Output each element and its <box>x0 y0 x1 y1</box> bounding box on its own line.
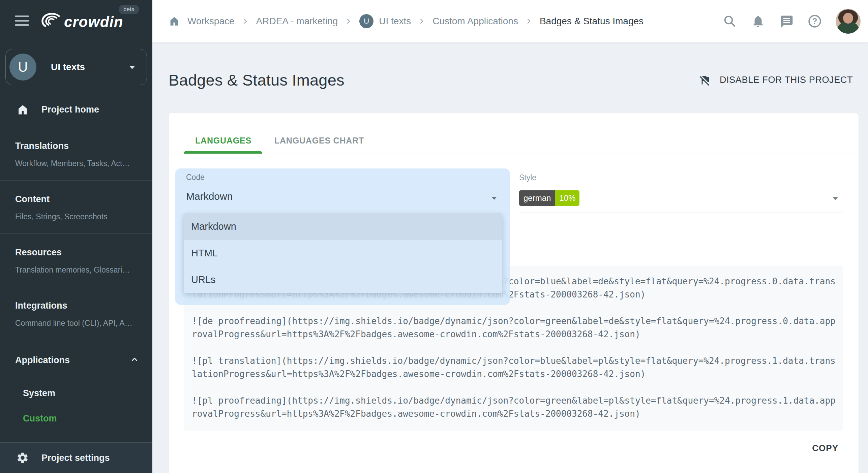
svg-text:?: ? <box>812 17 817 26</box>
code-line: ![pl translation](https://img.shields.io… <box>192 354 836 381</box>
gear-icon <box>16 451 29 464</box>
active-tab-indicator <box>184 151 262 154</box>
breadcrumb-chevron-icon <box>418 18 425 25</box>
chevron-up-icon[interactable] <box>130 355 139 364</box>
code-select-menu: Markdown HTML URLs <box>184 213 502 293</box>
sidebar-item-project-home[interactable]: Project home <box>0 92 152 127</box>
section-title: Integrations <box>15 300 137 311</box>
code-select-value[interactable]: Markdown <box>186 191 233 202</box>
menu-item-html[interactable]: HTML <box>184 240 502 266</box>
breadcrumb-chevron-icon <box>242 18 249 25</box>
menu-item-markdown[interactable]: Markdown <box>184 213 502 240</box>
sidebar-item-label: Project home <box>41 104 99 115</box>
breadcrumb-item-project-group[interactable]: ARDEA - marketing <box>256 16 338 27</box>
section-subtitle: Command line tool (CLI), API, A… <box>15 318 137 328</box>
hamburger-menu-icon[interactable] <box>15 15 30 27</box>
crowdin-logo-text: crowdin <box>64 13 123 30</box>
topbar-actions: ? <box>722 9 861 34</box>
project-selector[interactable]: U UI texts <box>5 49 147 85</box>
sidebar-item-content[interactable]: Content Files, Strings, Screenshots <box>0 181 152 233</box>
badge-value: 10% <box>555 190 579 206</box>
code-line: ![de proofreading](https://img.shields.i… <box>192 315 836 341</box>
sidebar-item-integrations[interactable]: Integrations Command line tool (CLI), AP… <box>0 287 152 340</box>
breadcrumb-item-custom-applications[interactable]: Custom Applications <box>432 16 518 27</box>
disable-button-label: DISABLE FOR THIS PROJECT <box>720 75 853 85</box>
chevron-down-icon[interactable] <box>833 197 838 200</box>
user-avatar[interactable] <box>836 9 861 34</box>
section-title: Resources <box>15 247 137 258</box>
applications-title[interactable]: Applications <box>15 354 137 366</box>
breadcrumb-item-project[interactable]: U UI texts <box>359 14 411 28</box>
page-title: Badges & Status Images <box>169 71 345 89</box>
sidebar-item-translations[interactable]: Translations Workflow, Members, Tasks, A… <box>0 127 152 180</box>
sidebar-logo-row: crowdin beta <box>0 0 152 43</box>
code-label: Code <box>186 173 205 182</box>
section-title: Translations <box>15 140 137 152</box>
breadcrumb: Workspace ARDEA - marketing U UI texts C… <box>169 14 643 28</box>
section-subtitle: Translation memories, Glossari… <box>15 265 137 275</box>
page-header: Badges & Status Images DISABLE FOR THIS … <box>169 69 853 91</box>
search-icon[interactable] <box>722 14 737 29</box>
sidebar-item-project-settings[interactable]: Project settings <box>0 442 152 473</box>
breadcrumb-item-current: Badges & Status Images <box>540 16 643 27</box>
topbar: Workspace ARDEA - marketing U UI texts C… <box>152 0 868 43</box>
chevron-down-icon <box>129 66 135 69</box>
code-select-highlight: Code Markdown Markdown HTML URLs <box>175 168 510 305</box>
menu-item-urls[interactable]: URLs <box>184 266 502 293</box>
style-select-underline <box>519 213 843 213</box>
badge-label: german <box>519 190 555 206</box>
sidebar: crowdin beta U UI texts Project home Tra… <box>0 0 152 473</box>
breadcrumb-item-workspace[interactable]: Workspace <box>187 16 235 27</box>
flag-off-icon <box>699 74 711 86</box>
breadcrumb-home-icon[interactable] <box>169 15 180 27</box>
style-select: Style german 10% <box>519 173 843 206</box>
disable-for-project-button[interactable]: DISABLE FOR THIS PROJECT <box>699 74 853 86</box>
project-name: UI texts <box>51 62 85 72</box>
crowdin-logo-icon <box>39 12 61 30</box>
section-subtitle: Files, Strings, Screenshots <box>15 212 137 222</box>
sidebar-item-system[interactable]: System <box>15 381 137 406</box>
beta-badge: beta <box>119 5 139 14</box>
sidebar-item-custom[interactable]: Custom <box>15 406 137 431</box>
tabs-divider <box>169 154 859 154</box>
sidebar-item-label: Project settings <box>41 453 110 463</box>
breadcrumb-chevron-icon <box>345 18 352 25</box>
chevron-down-icon[interactable] <box>491 197 497 200</box>
style-label: Style <box>519 173 843 182</box>
tabs: LANGUAGES LANGUAGES CHART <box>184 130 376 151</box>
messages-chat-icon[interactable] <box>779 14 794 29</box>
section-subtitle: Workflow, Members, Tasks, Act… <box>15 159 137 168</box>
copy-button[interactable]: COPY <box>803 439 847 458</box>
breadcrumb-chevron-icon <box>526 18 532 25</box>
tab-languages-chart[interactable]: LANGUAGES CHART <box>263 130 376 151</box>
help-icon[interactable]: ? <box>807 14 822 29</box>
home-icon <box>17 103 29 116</box>
sidebar-item-resources[interactable]: Resources Translation memories, Glossari… <box>0 234 152 287</box>
breadcrumb-item-label: UI texts <box>379 16 411 27</box>
project-avatar: U <box>359 14 373 28</box>
notifications-bell-icon[interactable] <box>751 14 766 29</box>
style-badge-preview[interactable]: german 10% <box>519 190 579 206</box>
sidebar-section-applications: Applications System Custom <box>0 340 152 431</box>
section-title: Content <box>15 193 137 205</box>
project-avatar: U <box>9 54 36 81</box>
code-line: ![pl proofreading](https://img.shields.i… <box>192 394 836 420</box>
tab-languages[interactable]: LANGUAGES <box>184 130 263 151</box>
